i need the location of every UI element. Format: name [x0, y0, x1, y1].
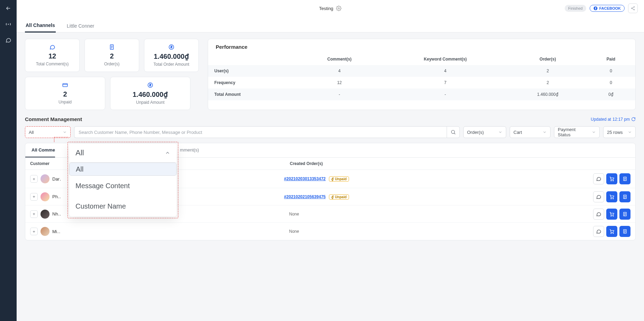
channel-tabs: All Channels Little Conner — [17, 17, 644, 33]
cart-icon — [609, 229, 615, 234]
refresh-icon — [631, 117, 636, 121]
row-cart-button[interactable] — [606, 209, 617, 220]
row-note-button[interactable] — [619, 173, 630, 184]
svg-point-3 — [634, 7, 634, 7]
kpi-value: 2 — [63, 90, 67, 98]
filter-orders-select[interactable]: Order(s) — [463, 126, 506, 138]
tab-all-channels[interactable]: All Channels — [25, 19, 56, 33]
row-chat-button[interactable] — [593, 226, 604, 237]
chat-icon — [596, 229, 601, 234]
kpi-total-comments: 12 Total Comment(s) — [25, 39, 80, 72]
search-button[interactable] — [447, 126, 460, 138]
dropdown-selected-label: All — [75, 148, 84, 157]
perf-cell: 4 — [297, 65, 382, 77]
receipt-icon — [109, 44, 115, 50]
perf-cell: - — [297, 89, 382, 100]
share-button[interactable] — [628, 3, 638, 13]
kpi-value: 2 — [110, 52, 114, 60]
kpi-label: Unpaid Amount — [136, 100, 164, 105]
left-rail — [0, 0, 17, 321]
svg-point-4 — [631, 8, 632, 9]
perf-cell: 12 — [297, 77, 382, 89]
perf-cell: 0₫ — [587, 89, 635, 100]
filter-payment-label: Payment Status — [558, 127, 589, 137]
order-none: None — [289, 212, 299, 217]
dropdown-item-message-content[interactable]: Message Content — [69, 176, 177, 196]
facebook-icon — [593, 6, 598, 10]
order-none: None — [289, 229, 299, 234]
perf-cell: 0 — [587, 77, 635, 89]
kpi-value: 1.460.000₫ — [154, 52, 189, 61]
kpi-label: Unpaid — [59, 100, 72, 104]
back-arrow-icon[interactable] — [4, 4, 12, 12]
order-link[interactable]: #20210203013353472 — [284, 176, 325, 181]
perf-cell: 2 — [509, 77, 587, 89]
header: Testing Finished FACEBOOK — [17, 0, 644, 17]
facebook-label: FACEBOOK — [599, 6, 621, 10]
dollar-icon — [168, 44, 175, 50]
row-note-button[interactable] — [619, 226, 630, 237]
avatar — [41, 192, 50, 201]
chat-icon[interactable] — [4, 36, 12, 44]
expand-button[interactable]: + — [30, 175, 38, 183]
chevron-down-icon — [498, 130, 502, 134]
svg-point-12 — [613, 180, 614, 181]
note-icon — [622, 176, 628, 182]
customer-name: Nh… — [52, 211, 61, 217]
perf-cell: 4 — [382, 65, 509, 77]
tab-all-comments[interactable]: All Comments — [25, 143, 55, 157]
facebook-badge[interactable]: FACEBOOK — [590, 5, 625, 12]
expand-button[interactable]: + — [30, 193, 38, 201]
perf-cell: 7 — [382, 77, 509, 89]
dropdown-item-all[interactable]: All — [69, 163, 177, 176]
row-chat-button[interactable] — [593, 191, 604, 202]
order-link[interactable]: #20210202105639475 — [284, 194, 325, 199]
customer-name: Dar… — [52, 176, 61, 182]
svg-point-17 — [611, 215, 611, 216]
row-cart-button[interactable] — [606, 191, 617, 202]
filter-all-select[interactable]: All — [25, 126, 71, 138]
row-cart-button[interactable] — [606, 226, 617, 237]
cart-icon — [609, 194, 615, 200]
filter-dropdown-callout: All All Message Content Customer Name — [68, 142, 178, 218]
kpi-label: Order(s) — [104, 62, 120, 66]
unpaid-label: Unpaid — [335, 195, 347, 199]
expand-button[interactable]: + — [30, 228, 38, 235]
svg-point-21 — [613, 233, 614, 233]
search-input[interactable] — [74, 126, 447, 138]
unpaid-badge: ₫Unpaid — [329, 194, 349, 200]
kpi-label: Total Comment(s) — [36, 62, 69, 66]
filter-payment-select[interactable]: Payment Status — [554, 126, 600, 138]
chevron-down-icon — [592, 130, 596, 134]
filter-orders-label: Order(s) — [467, 130, 484, 135]
perf-col-keyword: Keyword Comment(s) — [382, 53, 509, 65]
expand-button[interactable]: + — [30, 210, 38, 218]
row-note-button[interactable] — [619, 209, 630, 220]
row-chat-button[interactable] — [593, 173, 604, 184]
updated-time: 12:17 pm — [612, 117, 630, 122]
filter-cart-select[interactable]: Cart — [510, 126, 551, 138]
broadcast-icon[interactable] — [4, 20, 12, 28]
svg-point-10 — [451, 130, 455, 134]
chat-icon — [596, 211, 601, 217]
unpaid-label: Unpaid — [335, 177, 347, 181]
perf-cell: User(s) — [208, 65, 297, 77]
gear-icon[interactable] — [336, 6, 342, 11]
row-note-button[interactable] — [619, 191, 630, 202]
svg-point-15 — [613, 198, 614, 199]
tab-little-conner[interactable]: Little Conner — [66, 20, 95, 32]
avatar — [41, 174, 50, 183]
dropdown-item-customer-name[interactable]: Customer Name — [69, 196, 177, 217]
row-cart-button[interactable] — [606, 173, 617, 184]
page-title: Testing — [319, 6, 333, 11]
filter-dropdown[interactable]: All All Message Content Customer Name — [69, 144, 177, 217]
kpi-total-order-amount: 1.460.000₫ Total Order Amount — [144, 39, 199, 72]
chat-icon — [596, 194, 601, 200]
kpi-label: Total Order Amount — [153, 62, 189, 67]
dropdown-selected[interactable]: All — [69, 144, 177, 163]
updated-at[interactable]: Updated at 12:17 pm — [591, 117, 636, 122]
row-chat-button[interactable] — [593, 209, 604, 220]
filter-rows-select[interactable]: 25 rows — [603, 126, 636, 138]
col-customer: Customer — [30, 161, 58, 166]
table-row: + Mi… None — [25, 223, 635, 240]
